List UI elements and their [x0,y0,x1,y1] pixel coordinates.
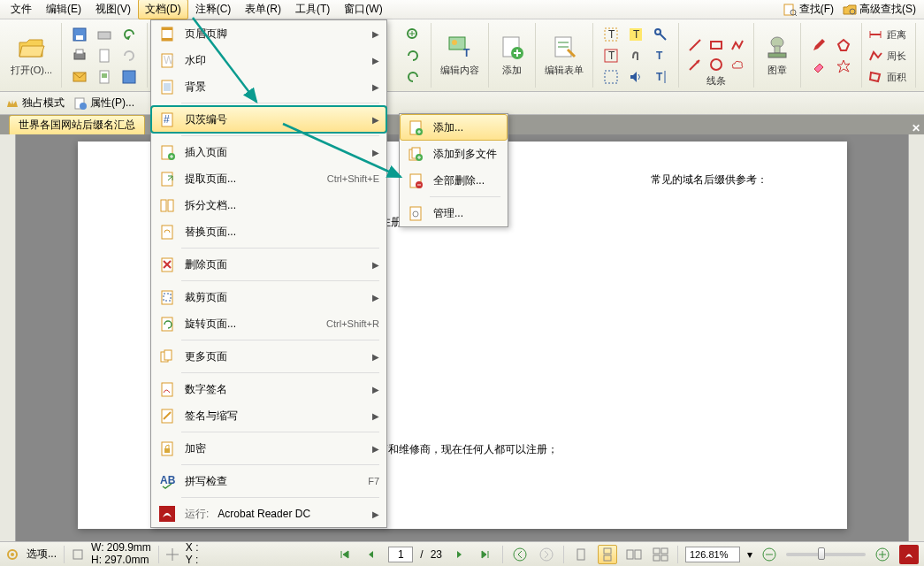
email-button[interactable] [69,67,90,87]
measure-distance[interactable]: 距离 [867,24,906,45]
layout-facing[interactable] [624,545,644,564]
menu-item-extract[interactable]: 提取页面...Ctrl+Shift+E [151,165,386,192]
menu-item-delete[interactable]: 删除页面▶ [151,251,386,278]
last-page-button[interactable] [476,545,495,564]
new-blank-button[interactable] [94,46,115,65]
menu-item-more[interactable]: 更多页面▶ [151,343,386,370]
menu-item-watermark[interactable]: W水印▶ [151,47,386,73]
tool-key[interactable] [650,25,671,44]
menu-item-spell[interactable]: ABC拼写检查F7 [151,468,386,494]
scan-button[interactable] [94,25,115,44]
first-page-button[interactable] [335,545,355,564]
menu-item-rotate[interactable]: 旋转页面...Ctrl+Shift+R [151,310,386,337]
save-as-button[interactable] [118,67,140,87]
svg-rect-75 [164,350,172,360]
nav-back-button[interactable] [510,545,530,564]
layout-facing-cont[interactable] [651,545,670,564]
properties-button[interactable]: 属性(P)... [73,96,134,111]
adv-find-button[interactable]: 高级查找(S) [838,0,920,19]
single-page-icon [575,547,587,562]
tool-polygon[interactable] [833,35,854,55]
draw-arrow[interactable] [684,55,706,74]
menu-item-initials[interactable]: 签名与缩写▶ [151,402,386,429]
tab-close-button[interactable]: ✕ [912,122,920,134]
acrobat-button[interactable] [899,545,919,564]
menu-item-replace[interactable]: 替换页面... [151,218,386,245]
draw-circle[interactable] [706,55,727,74]
add-button[interactable]: 添加 [494,23,530,88]
menu-item-acrobat[interactable]: 运行:Acrobat Reader DC▶ [151,501,386,527]
menu-item-sign[interactable]: 数字签名▶ [151,376,386,402]
zoom-in-button[interactable] [402,25,424,44]
tool-pencil[interactable] [808,35,829,55]
measure-perimeter[interactable]: 周长 [867,45,906,66]
tool-eraser[interactable] [808,57,829,76]
save-button[interactable] [69,25,90,44]
menu-file[interactable]: 文件 [4,0,39,19]
menu-item-encrypt[interactable]: 加密▶ [151,435,386,462]
menu-edit[interactable]: 编辑(E) [39,0,88,19]
tool-sound[interactable] [625,67,646,87]
menu-item-split[interactable]: 拆分文档... [151,192,386,218]
menu-document[interactable]: 文档(D) [138,0,188,19]
document-tab[interactable]: 世界各国网站后缀名汇总 [9,115,145,134]
draw-cloud[interactable] [727,55,748,74]
open-button[interactable]: 打开(O)... [7,23,56,88]
options-button[interactable]: 选项... [27,547,57,562]
print-button[interactable] [69,46,90,65]
menu-window[interactable]: 窗口(W) [337,0,389,19]
draw-line[interactable] [684,35,706,55]
undo-button[interactable] [118,25,140,44]
exclusive-mode-button[interactable]: 独占模式 [5,96,65,111]
menu-item-insert-page[interactable]: 插入页面▶ [151,139,386,165]
find-button[interactable]: 查找(F) [778,0,838,19]
zoom-input[interactable] [685,547,740,562]
zoom-out-button[interactable] [760,545,779,564]
nav-fwd-button[interactable] [537,545,556,564]
submenu-item-manage[interactable]: 管理... [400,200,508,226]
rotate-cw-button[interactable] [402,67,424,87]
menu-item-crop[interactable]: 裁剪页面▶ [151,284,386,310]
measure-area[interactable]: 面积 [867,66,906,88]
insert-page-icon [158,143,176,161]
submenu-item-add-multi[interactable]: 添加到多文件 [400,141,508,167]
menu-item-bates[interactable]: #贝茨编号▶ [151,106,386,133]
tool-text-insert[interactable]: T [650,46,671,65]
tool-star[interactable] [833,57,854,76]
tool-attach[interactable] [625,46,646,65]
draw-rect[interactable] [706,35,727,55]
menu-item-header-footer[interactable]: 页眉页脚▶ [151,20,386,47]
tool-text-select[interactable]: T [600,25,622,44]
menu-view[interactable]: 视图(V) [88,0,138,19]
zoom-dropdown[interactable]: ▾ [747,548,752,561]
draw-polyline[interactable] [727,35,748,55]
zoom-in-button-status[interactable] [873,545,892,564]
menu-form[interactable]: 表单(R) [238,0,288,19]
rotate-ccw-button[interactable] [402,46,424,65]
page-number-input[interactable] [388,547,413,562]
zoom-slider-thumb[interactable] [818,547,825,560]
stamp-button[interactable]: 图章 [760,23,795,88]
tool-link[interactable] [600,67,622,87]
encrypt-icon [158,440,176,457]
prev-page-button[interactable] [362,545,381,564]
submenu-item-remove-all[interactable]: 全部删除... [400,167,508,194]
new-image-button[interactable] [94,67,115,87]
edit-content-button[interactable]: T 编辑内容 [437,23,483,88]
menu-tool[interactable]: 工具(T) [288,0,337,19]
tool-text-frame[interactable]: T [600,46,622,65]
gear-icon[interactable] [5,547,19,562]
redo-button[interactable] [118,46,140,65]
tool-text-vertical[interactable]: T [650,67,671,87]
vertical-scrollbar[interactable] [908,134,924,541]
edit-form-button[interactable]: 编辑表单 [541,23,587,88]
next-page-button[interactable] [449,545,469,564]
menu-comment[interactable]: 注释(C) [188,0,239,19]
layout-single[interactable] [571,545,591,564]
layout-continuous[interactable] [598,545,617,564]
text-vertical-icon: T [653,69,668,85]
zoom-slider[interactable] [786,553,866,556]
menu-item-background[interactable]: 背景▶ [151,73,386,100]
submenu-item-add[interactable]: 添加... [400,114,508,141]
tool-highlight[interactable]: T [625,25,646,44]
